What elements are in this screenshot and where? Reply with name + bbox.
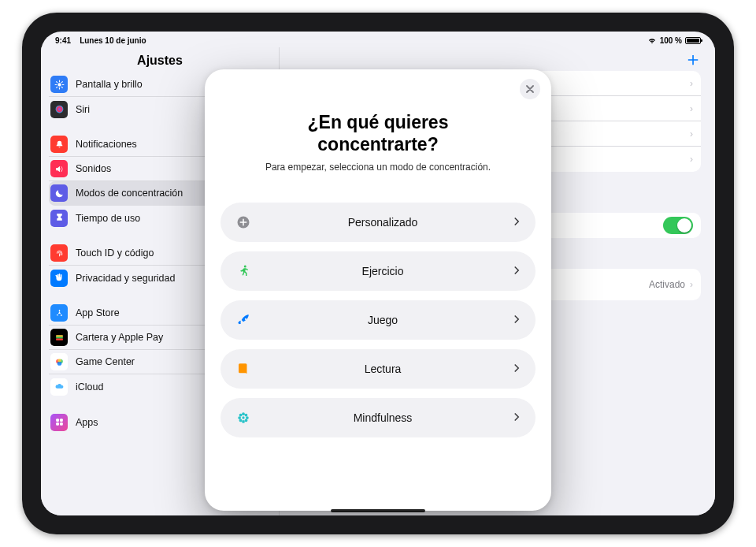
apps-icon bbox=[50, 414, 68, 431]
focus-option-label: Personalizado bbox=[252, 216, 513, 229]
ipad-frame: 9:41 Lunes 10 de junio 100 % Ajustes Pan… bbox=[22, 13, 734, 534]
focus-option-custom[interactable]: Personalizado bbox=[220, 203, 536, 242]
status-date: Lunes 10 de junio bbox=[80, 36, 146, 45]
sidebar-item-label: Notificaciones bbox=[76, 139, 137, 150]
touch-icon bbox=[50, 244, 68, 262]
wallet-icon bbox=[50, 329, 68, 346]
add-focus-button[interactable]: ＋ bbox=[684, 50, 702, 69]
svg-point-28 bbox=[239, 414, 243, 417]
svg-line-6 bbox=[61, 87, 62, 87]
focus-option-label: Juego bbox=[252, 314, 513, 326]
svg-rect-12 bbox=[56, 338, 63, 340]
sidebar-item-label: Game Center bbox=[76, 356, 135, 367]
flower-icon bbox=[235, 409, 252, 426]
sidebar-item-label: Siri bbox=[76, 104, 90, 115]
modal-title: ¿En qué quieresconcentrarte? bbox=[219, 112, 537, 155]
modal-options-list: PersonalizadoEjercicioJuegoLecturaMindfu… bbox=[219, 203, 537, 437]
focus-picker-modal: ¿En qué quieresconcentrarte? Para empeza… bbox=[205, 69, 551, 511]
sidebar-item-label: Pantalla y brillo bbox=[76, 79, 143, 90]
sidebar-item-label: Modos de concentración bbox=[76, 188, 183, 199]
chevron-right-icon bbox=[513, 215, 521, 229]
battery-percent: 100 % bbox=[660, 36, 682, 45]
moon-icon bbox=[50, 184, 68, 202]
appstore-icon bbox=[50, 304, 68, 322]
svg-rect-17 bbox=[56, 419, 59, 422]
svg-point-0 bbox=[57, 83, 61, 86]
display-icon bbox=[50, 76, 68, 93]
chevron-right-icon: › bbox=[690, 128, 693, 140]
wifi-icon bbox=[647, 37, 657, 44]
status-value: Activado bbox=[649, 279, 685, 290]
cloud-icon bbox=[50, 378, 68, 396]
sidebar-item-label: Tiempo de uso bbox=[76, 213, 140, 224]
sidebar-item-label: Cartera y Apple Pay bbox=[76, 332, 163, 343]
chevron-right-icon bbox=[513, 411, 521, 425]
chevron-right-icon bbox=[513, 264, 521, 278]
hourglass-icon bbox=[50, 210, 68, 227]
sidebar-item-label: Apps bbox=[76, 417, 98, 428]
svg-point-9 bbox=[55, 106, 63, 113]
sidebar-item-label: Sonidos bbox=[76, 163, 111, 174]
svg-point-29 bbox=[245, 414, 248, 417]
share-toggle[interactable] bbox=[663, 217, 693, 234]
siri-icon bbox=[50, 101, 68, 118]
focus-option-exercise[interactable]: Ejercicio bbox=[220, 251, 536, 291]
book-icon bbox=[235, 360, 252, 378]
svg-rect-18 bbox=[60, 419, 63, 422]
svg-point-23 bbox=[242, 417, 244, 419]
svg-rect-20 bbox=[60, 422, 63, 426]
focus-option-label: Lectura bbox=[252, 363, 513, 375]
status-right: 100 % bbox=[647, 36, 701, 45]
status-time: 9:41 bbox=[55, 36, 71, 45]
svg-line-7 bbox=[56, 87, 57, 87]
sidebar-item-label: Privacidad y seguridad bbox=[76, 273, 175, 284]
chevron-right-icon bbox=[513, 362, 521, 376]
svg-line-5 bbox=[56, 81, 57, 82]
sound-icon bbox=[50, 160, 68, 177]
svg-rect-11 bbox=[56, 337, 63, 338]
focus-option-label: Ejercicio bbox=[252, 265, 513, 277]
rocket-icon bbox=[235, 311, 252, 329]
svg-point-27 bbox=[246, 416, 249, 419]
status-left: 9:41 Lunes 10 de junio bbox=[55, 36, 146, 45]
focus-option-mindfulness[interactable]: Mindfulness bbox=[220, 398, 536, 437]
run-icon bbox=[235, 262, 252, 280]
bell-icon bbox=[50, 136, 68, 153]
svg-line-8 bbox=[61, 81, 62, 82]
chevron-right-icon: › bbox=[690, 154, 693, 165]
home-indicator[interactable] bbox=[331, 509, 425, 512]
svg-point-26 bbox=[238, 416, 241, 419]
svg-point-30 bbox=[239, 419, 243, 422]
svg-point-31 bbox=[245, 419, 248, 422]
main-topbar: ＋ bbox=[280, 47, 715, 71]
plus-icon bbox=[235, 214, 252, 231]
chevron-right-icon: › bbox=[690, 103, 693, 114]
focus-option-reading[interactable]: Lectura bbox=[220, 349, 536, 389]
chevron-right-icon bbox=[513, 313, 521, 327]
close-button[interactable] bbox=[520, 79, 540, 99]
sidebar-item-label: iCloud bbox=[76, 381, 103, 393]
gamecenter-icon bbox=[50, 353, 68, 370]
modal-subtitle: Para empezar, selecciona un modo de conc… bbox=[219, 162, 537, 173]
status-bar: 9:41 Lunes 10 de junio 100 % bbox=[41, 32, 715, 47]
svg-point-22 bbox=[244, 266, 246, 268]
svg-point-24 bbox=[242, 412, 245, 415]
chevron-right-icon: › bbox=[690, 279, 693, 290]
screen: 9:41 Lunes 10 de junio 100 % Ajustes Pan… bbox=[41, 32, 715, 515]
battery-icon bbox=[685, 37, 701, 44]
svg-rect-10 bbox=[56, 335, 63, 337]
svg-rect-19 bbox=[56, 422, 59, 426]
sidebar-item-label: Touch ID y código bbox=[76, 247, 154, 259]
focus-option-gaming[interactable]: Juego bbox=[220, 300, 536, 340]
hand-icon bbox=[50, 270, 68, 287]
chevron-right-icon: › bbox=[690, 78, 693, 89]
svg-point-25 bbox=[242, 420, 245, 423]
focus-option-label: Mindfulness bbox=[252, 411, 513, 424]
svg-point-16 bbox=[57, 359, 61, 362]
close-icon bbox=[526, 85, 534, 93]
sidebar-item-label: App Store bbox=[76, 307, 120, 318]
